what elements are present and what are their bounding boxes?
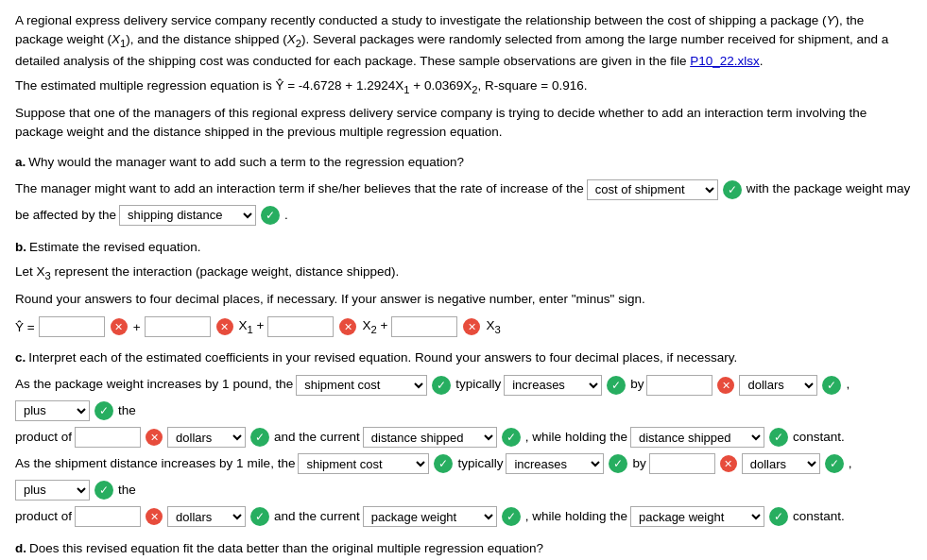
check-icon-c8: ✓ <box>434 454 453 473</box>
c-r1-dd4-plus[interactable]: plus minus <box>15 400 90 421</box>
part-a-text1: The manager might want to add an interac… <box>15 178 584 200</box>
c-r1-dd1-shipment-cost[interactable]: shipment cost cost of shipment <box>296 375 427 396</box>
x-red-1[interactable]: ✕ <box>111 318 128 335</box>
part-a-period: . <box>284 204 288 227</box>
check-icon-c5: ✓ <box>250 428 269 447</box>
c-r2-dd2-distance-shipped[interactable]: distance shipped package weight <box>363 427 497 448</box>
check-icon-c4: ✓ <box>94 401 113 420</box>
part-b-heading: Estimate the revised equation. <box>29 236 201 259</box>
part-b-bold: b. <box>15 236 26 259</box>
check-icon-c10: ✓ <box>825 454 844 473</box>
check-icon-c13: ✓ <box>502 507 521 526</box>
c-r2-t1: product of <box>15 426 72 449</box>
c-r2-input1[interactable] <box>75 427 141 448</box>
c-r2-t4: constant. <box>793 426 845 449</box>
c-r1-comma: , <box>846 373 850 396</box>
part-c-row2: product of ✕ dollars ✓ and the current d… <box>15 426 912 449</box>
part-c-row4: product of ✕ dollars ✓ and the current p… <box>15 505 912 528</box>
file-link[interactable]: P10_22.xlsx <box>690 54 760 68</box>
coeff-x2[interactable] <box>267 316 334 337</box>
c-r2-t3: , while holding the <box>525 426 627 449</box>
c-r3-dd3-dollars[interactable]: dollars <box>742 453 820 474</box>
c-r1-dd2-increases[interactable]: increases decreases <box>504 375 602 396</box>
yhat-label: Ŷ = <box>15 320 35 334</box>
shipping-distance-dropdown[interactable]: shipping distance package weight <box>119 205 256 226</box>
x-red-c3[interactable]: ✕ <box>720 455 737 472</box>
part-a-bold: a. <box>15 151 26 174</box>
c-r1-t3: by <box>630 373 644 396</box>
x2-label: X2 + <box>362 318 387 335</box>
part-a-text3: be affected by the <box>15 204 116 227</box>
part-a-label: a. Why would the manager want to add suc… <box>15 151 912 174</box>
check-icon-c11: ✓ <box>94 481 113 500</box>
coeff-x1[interactable] <box>145 316 211 337</box>
c-r4-dd1-dollars[interactable]: dollars <box>167 506 246 527</box>
x-red-c4[interactable]: ✕ <box>146 508 163 525</box>
c-r4-input1[interactable] <box>75 506 141 527</box>
c-r4-t4: constant. <box>793 505 845 528</box>
c-r2-t2: and the current <box>274 426 360 449</box>
intro-para3: Suppose that one of the managers of this… <box>15 104 912 143</box>
check-icon-c9: ✓ <box>609 454 627 473</box>
check-icon-c12: ✓ <box>250 507 269 526</box>
intro-para2: The estimated multiple regression equati… <box>15 76 912 98</box>
x-red-c2[interactable]: ✕ <box>146 429 163 446</box>
c-r3-dd2-increases[interactable]: increases decreases <box>506 453 604 474</box>
c-r4-dd2-package-weight[interactable]: package weight distance shipped <box>363 506 497 527</box>
check-icon-1: ✓ <box>723 180 742 199</box>
c-r3-t3: by <box>632 452 645 475</box>
part-c-row1: As the package weight increases by 1 pou… <box>15 373 912 422</box>
check-icon-c14: ✓ <box>769 507 788 526</box>
c-r3-t1: As the shipment distance increases by 1 … <box>15 452 295 475</box>
x3-label: X3 <box>486 318 500 335</box>
c-r3-dd1-shipment-cost[interactable]: shipment cost cost of shipment <box>298 453 429 474</box>
part-a-answer: The manager might want to add an interac… <box>15 178 912 227</box>
x-red-c1[interactable]: ✕ <box>717 377 734 394</box>
part-a-question: Why would the manager want to add such a… <box>28 151 464 174</box>
part-d-bold: d. <box>15 537 26 560</box>
part-b-line1: Let X3 represent the interaction (packag… <box>15 263 912 284</box>
x1-label: X1 + <box>239 318 265 335</box>
part-c-row3: As the shipment distance increases by 1 … <box>15 452 912 501</box>
c-r2-dd1-dollars[interactable]: dollars <box>167 427 246 448</box>
c-r2-dd3-distance-shipped2[interactable]: distance shipped package weight <box>630 427 764 448</box>
c-r4-t2: and the current <box>274 505 360 528</box>
x-red-2[interactable]: ✕ <box>216 318 233 335</box>
check-icon-c2: ✓ <box>607 376 626 395</box>
part-d-heading: Does this revised equation fit the data … <box>29 537 543 560</box>
c-r1-t4: the <box>118 399 136 422</box>
check-icon-c6: ✓ <box>502 428 521 447</box>
coeff-x3[interactable] <box>391 316 457 337</box>
part-c-heading: Interpret each of the estimated coeffici… <box>28 347 737 369</box>
c-r1-t2: typically <box>455 373 501 396</box>
part-b-line2: Round your answers to four decimal place… <box>15 290 912 309</box>
c-r1-t1: As the package weight increases by 1 pou… <box>15 373 293 396</box>
part-b-label: b. Estimate the revised equation. <box>15 236 912 259</box>
part-c-bold: c. <box>15 347 26 369</box>
c-r3-t4: the <box>118 479 136 501</box>
c-r4-t3: , while holding the <box>525 505 627 528</box>
x-red-3[interactable]: ✕ <box>339 318 356 335</box>
check-icon-c1: ✓ <box>432 376 451 395</box>
part-d-label: d. Does this revised equation fit the da… <box>15 537 912 560</box>
c-r1-dd3-dollars[interactable]: dollars <box>739 375 817 396</box>
equation-row: Ŷ = ✕ + ✕ X1 + ✕ X2 + ✕ X3 <box>15 316 912 337</box>
check-icon-2: ✓ <box>261 206 280 225</box>
x-red-4[interactable]: ✕ <box>463 318 480 335</box>
c-r4-t1: product of <box>15 505 72 528</box>
c-r3-t2: typically <box>457 452 503 475</box>
c-r3-input1[interactable] <box>649 453 715 474</box>
coeff-intercept[interactable] <box>39 316 105 337</box>
c-r3-comma: , <box>849 452 852 475</box>
cost-of-shipment-dropdown[interactable]: cost of shipment shipment cost <box>587 179 718 200</box>
c-r3-dd4-plus[interactable]: plus minus <box>15 480 90 501</box>
c-r4-dd3-package-weight2[interactable]: package weight distance shipped <box>630 506 764 527</box>
c-r1-input1[interactable] <box>646 375 712 396</box>
check-icon-c3: ✓ <box>822 376 841 395</box>
part-c-label: c. Interpret each of the estimated coeff… <box>15 347 912 369</box>
part-a-text2: with the package weight may <box>747 178 910 200</box>
check-icon-c7: ✓ <box>769 428 788 447</box>
plus-1: + <box>133 320 141 334</box>
intro-para1: A regional express delivery service comp… <box>15 11 912 71</box>
